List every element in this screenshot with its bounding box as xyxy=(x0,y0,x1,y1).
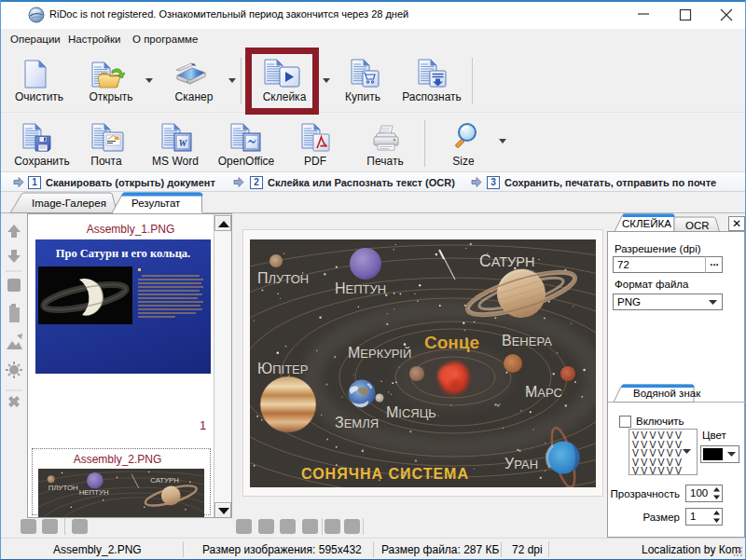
svg-text:ЗЕМЛЯ: ЗЕМЛЯ xyxy=(335,415,379,430)
svg-text:ЮПІТЕР: ЮПІТЕР xyxy=(257,361,308,376)
svg-text:НЕПТУН: НЕПТУН xyxy=(335,280,386,296)
svg-text:МІСЯЦЬ: МІСЯЦЬ xyxy=(386,404,436,420)
svg-text:СОНЯЧНА СИСТЕМА: СОНЯЧНА СИСТЕМА xyxy=(301,466,469,482)
svg-text:W: W xyxy=(179,138,188,148)
svg-text:УРАН: УРАН xyxy=(504,456,538,471)
svg-text:Сонце: Сонце xyxy=(424,333,479,352)
svg-text:НЕПТУН: НЕПТУН xyxy=(79,488,109,497)
svg-text:МАРС: МАРС xyxy=(525,384,562,400)
svg-text:ВЕНЕРА: ВЕНЕРА xyxy=(502,333,552,348)
svg-text:ПЛУТОН: ПЛУТОН xyxy=(257,270,309,286)
svg-text:ПЛУТОН: ПЛУТОН xyxy=(48,484,78,492)
svg-text:САТУРН: САТУРН xyxy=(150,476,179,485)
svg-text:МЕРКУРІЙ: МЕРКУРІЙ xyxy=(348,345,411,361)
svg-text:САТУРН: САТУРН xyxy=(479,252,534,270)
